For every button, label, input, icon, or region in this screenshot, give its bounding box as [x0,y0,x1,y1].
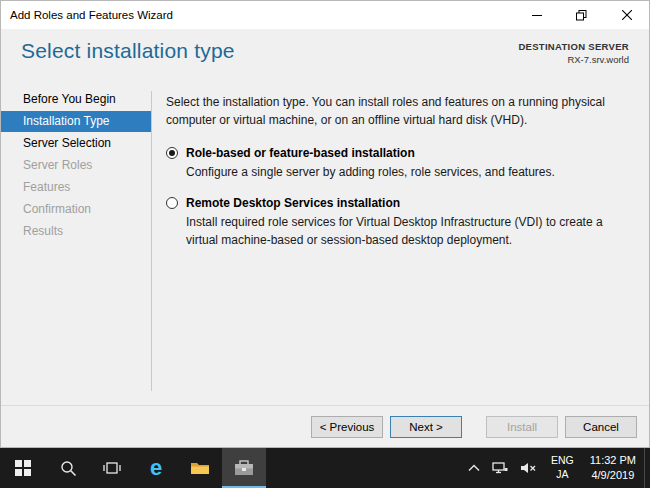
sidebar-item-server-roles: Server Roles [1,155,151,176]
clock-date: 4/9/2019 [591,468,634,483]
destination-server-name: RX-7.srv.world [518,54,629,67]
search-icon [60,460,77,477]
install-button: Install [486,416,558,438]
remote-desktop-label: Remote Desktop Services installation [186,196,400,210]
close-button[interactable] [604,1,649,29]
internet-explorer-button[interactable]: e [134,448,178,488]
previous-button[interactable]: < Previous [311,416,383,438]
minimize-button[interactable] [514,1,559,29]
titlebar: Add Roles and Features Wizard [1,1,649,29]
close-icon [622,10,632,20]
language-line1: ENG [551,454,574,468]
internet-explorer-icon: e [150,457,162,479]
windows-logo-icon [15,460,31,476]
sidebar-item-results: Results [1,221,151,242]
sidebar-item-confirmation: Confirmation [1,199,151,220]
remote-desktop-description: Install required role services for Virtu… [186,214,631,249]
network-status-button[interactable] [486,448,514,488]
role-based-radio-row[interactable]: Role-based or feature-based installation [166,146,631,160]
show-desktop-button[interactable] [644,448,650,488]
sidebar-item-server-selection[interactable]: Server Selection [1,133,151,154]
wizard-header: Select installation type DESTINATION SER… [1,29,649,77]
sidebar-item-before-you-begin[interactable]: Before You Begin [1,89,151,110]
server-manager-button[interactable] [222,448,266,488]
role-based-radio[interactable] [166,147,178,159]
task-view-icon [103,460,121,476]
cancel-button[interactable]: Cancel [565,416,637,438]
wizard-nav: Before You Begin Installation Type Serve… [1,81,151,405]
remote-desktop-radio[interactable] [166,197,178,209]
taskbar: e [0,448,650,488]
search-button[interactable] [46,448,90,488]
minimize-icon [532,10,542,20]
restore-icon [576,10,587,21]
wizard-body: Before You Begin Installation Type Serve… [1,77,649,405]
intro-text: Select the installation type. You can in… [166,93,631,129]
clock[interactable]: 11:32 PM 4/9/2019 [582,448,644,488]
remote-desktop-radio-row[interactable]: Remote Desktop Services installation [166,196,631,210]
option-remote-desktop: Remote Desktop Services installation Ins… [166,196,631,249]
destination-server-label: DESTINATION SERVER [518,41,629,54]
task-view-button[interactable] [90,448,134,488]
next-button[interactable]: Next > [390,416,462,438]
language-indicator[interactable]: ENG JA [543,448,582,488]
window-controls [514,1,649,29]
window-title: Add Roles and Features Wizard [1,9,514,21]
wizard-window: Add Roles and Features Wizard Select ins… [0,0,650,448]
server-manager-icon [234,460,254,477]
sidebar-item-features: Features [1,177,151,198]
destination-server-block: DESTINATION SERVER RX-7.srv.world [518,41,629,67]
sidebar-item-installation-type[interactable]: Installation Type [1,111,151,132]
file-explorer-icon [190,460,210,476]
network-icon [492,461,508,475]
language-line2: JA [556,468,568,482]
wizard-content: Select the installation type. You can in… [152,81,649,405]
system-tray: ENG JA 11:32 PM 4/9/2019 [462,448,650,488]
file-explorer-button[interactable] [178,448,222,488]
role-based-label: Role-based or feature-based installation [186,146,415,160]
wizard-footer: < Previous Next > Install Cancel [1,405,649,447]
role-based-description: Configure a single server by adding role… [186,164,631,181]
start-button[interactable] [0,448,46,488]
option-role-based: Role-based or feature-based installation… [166,146,631,181]
clock-time: 11:32 PM [590,453,636,468]
volume-button[interactable] [514,448,543,488]
tray-expand-button[interactable] [462,448,486,488]
speaker-muted-icon [520,461,537,475]
chevron-up-icon [468,464,480,472]
restore-button[interactable] [559,1,604,29]
